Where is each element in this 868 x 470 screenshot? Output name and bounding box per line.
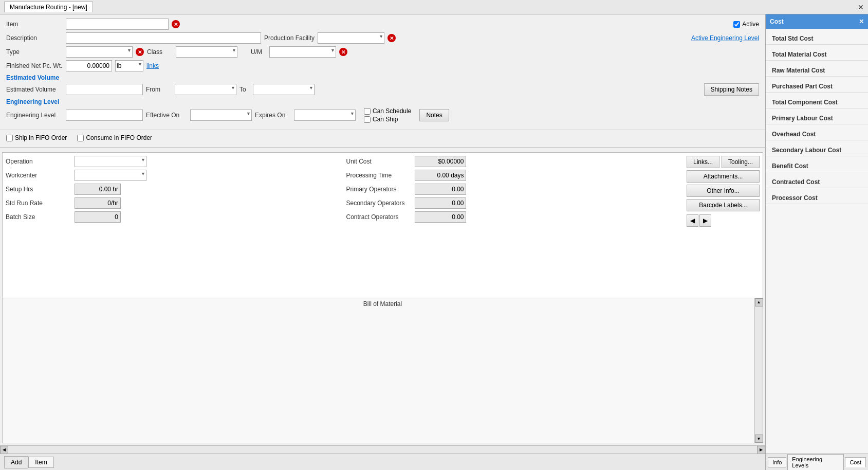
- can-schedule-label: Can Schedule: [364, 107, 411, 115]
- item-tab[interactable]: Item: [28, 457, 53, 468]
- main-tab[interactable]: Manufacture Routing - [new]: [4, 2, 93, 12]
- item-input[interactable]: [66, 19, 169, 30]
- ship-fifo-checkbox[interactable]: [6, 135, 13, 141]
- from-label: From: [146, 86, 172, 93]
- active-engineering-link[interactable]: Active Engineering Level: [691, 34, 759, 42]
- scroll-down-arrow[interactable]: ▼: [755, 435, 763, 443]
- bottom-checkboxes: Ship in FIFO Order Consume in FIFO Order: [0, 130, 765, 146]
- weight-unit-select[interactable]: lb: [115, 60, 143, 71]
- operation-label: Operation: [6, 158, 72, 165]
- window-close-button[interactable]: ✕: [858, 3, 864, 11]
- add-button[interactable]: Add: [4, 456, 28, 468]
- operation-section: Operation Workcenter Setup Hrs: [2, 152, 763, 443]
- operation-select[interactable]: [75, 156, 146, 167]
- from-select[interactable]: [175, 84, 236, 95]
- um-select[interactable]: [269, 46, 336, 58]
- benefit-cost-item: Benefit Cost: [766, 156, 868, 172]
- tooling-button[interactable]: Tooling...: [722, 156, 760, 168]
- primary-operators-row: Primary Operators: [346, 184, 680, 195]
- can-ship-checkbox[interactable]: [364, 116, 371, 123]
- shipping-notes-button[interactable]: Shipping Notes: [704, 83, 759, 96]
- horizontal-scrollbar[interactable]: ◀ ▶: [0, 445, 765, 454]
- op-buttons: Links... Tooling... Attachments... Other…: [684, 153, 763, 298]
- production-facility-label: Production Facility: [264, 34, 315, 42]
- item-clear-button[interactable]: ✕: [172, 20, 180, 28]
- op-prev-button[interactable]: ◀: [687, 214, 698, 227]
- bom-section: Bill of Material ▲ ▼: [3, 298, 763, 443]
- op-left: Operation Workcenter Setup Hrs: [3, 153, 343, 298]
- workcenter-label: Workcenter: [6, 172, 72, 179]
- class-select[interactable]: [176, 46, 237, 58]
- description-label: Description: [6, 34, 63, 42]
- production-facility-select[interactable]: [318, 32, 384, 44]
- cost-items-list: Total Std Cost Total Material Cost Raw M…: [766, 29, 868, 454]
- setup-hrs-input[interactable]: [75, 184, 121, 195]
- links-button[interactable]: Links...: [687, 156, 719, 168]
- total-component-cost-item: Total Component Cost: [766, 93, 868, 109]
- expires-on-select[interactable]: [294, 110, 356, 121]
- bom-scrollbar-v[interactable]: ▲ ▼: [754, 298, 763, 443]
- to-select[interactable]: [253, 84, 315, 95]
- type-clear[interactable]: ✕: [136, 48, 144, 56]
- type-select[interactable]: [66, 46, 133, 58]
- primary-operators-label: Primary Operators: [346, 186, 413, 193]
- production-facility-clear[interactable]: ✕: [387, 34, 396, 42]
- engineering-level-label: Engineering Level: [6, 112, 63, 119]
- std-run-rate-row: Std Run Rate: [6, 197, 340, 209]
- cost-tab[interactable]: Cost: [845, 457, 866, 467]
- weight-input[interactable]: [66, 60, 112, 71]
- other-info-button[interactable]: Other Info...: [687, 185, 760, 197]
- active-area: Active: [733, 21, 759, 28]
- unit-cost-input[interactable]: [415, 156, 466, 167]
- engineering-level-input[interactable]: [66, 110, 143, 121]
- can-checkboxes: Can Schedule Can Ship: [364, 107, 411, 123]
- scroll-left-arrow[interactable]: ◀: [0, 446, 8, 454]
- class-wrapper: [176, 46, 237, 58]
- window-title: Manufacture Routing - [new]: [10, 4, 87, 11]
- cost-panel-footer: Info Engineering Levels Cost: [766, 454, 868, 470]
- batch-size-input[interactable]: [75, 211, 121, 223]
- active-checkbox[interactable]: [733, 21, 740, 28]
- attachments-button[interactable]: Attachments...: [687, 170, 760, 183]
- workcenter-row: Workcenter: [6, 170, 340, 181]
- barcode-labels-button[interactable]: Barcode Labels...: [687, 199, 760, 211]
- consume-fifo-checkbox[interactable]: [77, 135, 84, 141]
- notes-button[interactable]: Notes: [419, 109, 449, 121]
- setup-hrs-label: Setup Hrs: [6, 186, 72, 193]
- secondary-operators-input[interactable]: [415, 197, 466, 209]
- workcenter-select[interactable]: [75, 170, 146, 181]
- info-tab[interactable]: Info: [768, 457, 786, 467]
- scroll-right-arrow[interactable]: ▶: [757, 446, 765, 454]
- workcenter-wrapper: [75, 170, 146, 181]
- processing-time-input[interactable]: [415, 170, 466, 181]
- op-next-button[interactable]: ▶: [699, 214, 711, 227]
- scroll-up-arrow[interactable]: ▲: [755, 298, 763, 306]
- links-link[interactable]: links: [146, 62, 159, 69]
- raw-material-cost-item: Raw Material Cost: [766, 61, 868, 77]
- can-ship-label: Can Ship: [364, 116, 411, 123]
- title-bar: Manufacture Routing - [new] ✕: [0, 0, 868, 14]
- contract-operators-input[interactable]: [415, 211, 466, 223]
- primary-operators-input[interactable]: [415, 184, 466, 195]
- effective-on-wrapper: [190, 110, 252, 121]
- unit-cost-label: Unit Cost: [346, 158, 413, 165]
- contract-operators-row: Contract Operators: [346, 211, 680, 223]
- can-schedule-checkbox[interactable]: [364, 108, 371, 115]
- effective-on-select[interactable]: [190, 110, 252, 121]
- um-clear[interactable]: ✕: [339, 48, 347, 56]
- secondary-operators-row: Secondary Operators: [346, 197, 680, 209]
- std-run-rate-input[interactable]: [75, 197, 121, 209]
- engineering-levels-tab[interactable]: Engineering Levels: [787, 454, 844, 471]
- total-material-cost-item: Total Material Cost: [766, 45, 868, 61]
- description-input[interactable]: [66, 32, 261, 44]
- operation-body: Operation Workcenter Setup Hrs: [3, 153, 763, 298]
- estimated-volume-input[interactable]: [66, 84, 143, 95]
- cost-panel-header: Cost ✕: [766, 14, 868, 29]
- scroll-track-h: [8, 446, 757, 454]
- op-right: Unit Cost Processing Time Primary Operat…: [343, 153, 683, 298]
- estimated-volume-label: Estimated Volume: [6, 86, 63, 93]
- purchased-part-cost-item: Purchased Part Cost: [766, 77, 868, 93]
- cost-panel-close[interactable]: ✕: [859, 18, 864, 25]
- description-row: Description Production Facility ✕ Active…: [6, 32, 759, 44]
- finished-net-label: Finished Net Pc. Wt.: [6, 62, 63, 69]
